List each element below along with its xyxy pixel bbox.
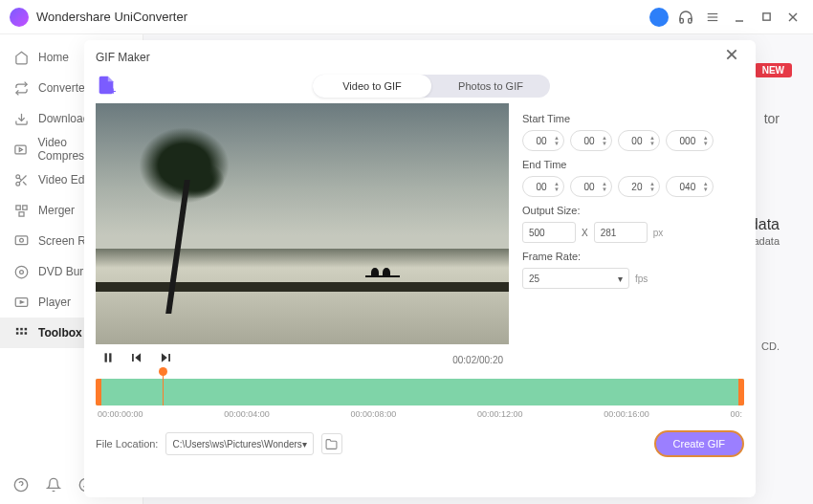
end-min-input[interactable]: ▲▼	[570, 176, 612, 197]
bg-text: tor	[764, 111, 780, 126]
start-sec-input[interactable]: ▲▼	[618, 130, 660, 151]
add-file-icon[interactable]: +	[96, 75, 119, 98]
width-input[interactable]	[522, 222, 576, 243]
headset-icon[interactable]	[675, 7, 696, 28]
video-preview	[96, 103, 509, 344]
ruler-tick: 00:00:00:00	[98, 409, 143, 419]
stepper-icon[interactable]: ▲▼	[649, 135, 655, 146]
fps-unit: fps	[635, 274, 648, 284]
svg-rect-17	[19, 211, 24, 215]
home-icon	[13, 50, 29, 65]
end-time-label: End Time	[522, 159, 744, 170]
svg-rect-22	[15, 297, 28, 306]
svg-marker-9	[19, 147, 22, 151]
stepper-icon[interactable]: ▲▼	[602, 135, 607, 146]
ruler-tick: 00:00:08:00	[351, 409, 397, 419]
svg-rect-26	[24, 327, 27, 330]
next-button[interactable]	[159, 351, 176, 368]
account-icon[interactable]	[648, 7, 670, 28]
app-title: Wondershare UniConverter	[36, 10, 187, 24]
stepper-icon[interactable]: ▲▼	[554, 135, 560, 146]
download-icon	[13, 111, 29, 126]
close-button[interactable]	[782, 7, 803, 28]
svg-point-10	[15, 174, 19, 178]
titlebar: Wondershare UniConverter	[0, 0, 813, 34]
content-area: NEW tor data etadata CD. GIF Maker + Vid…	[143, 34, 813, 504]
svg-rect-16	[22, 205, 26, 208]
end-hour-input[interactable]: ▲▼	[522, 176, 564, 197]
frame-rate-label: Frame Rate:	[522, 251, 744, 262]
maximize-button[interactable]	[756, 7, 777, 28]
convert-icon	[13, 80, 29, 96]
svg-text:+: +	[111, 86, 117, 96]
pause-button[interactable]	[101, 351, 119, 368]
svg-rect-18	[15, 235, 28, 244]
svg-point-21	[19, 270, 23, 274]
svg-line-13	[23, 182, 26, 185]
ruler-tick: 00:00:12:00	[477, 409, 523, 419]
trim-start-handle[interactable]	[96, 379, 101, 405]
end-sec-input[interactable]: ▲▼	[618, 176, 660, 197]
timeline[interactable]	[96, 379, 744, 405]
file-location-label: File Location:	[96, 438, 158, 449]
file-location-select[interactable]: C:\Users\ws\Pictures\Wonders▾	[165, 432, 313, 455]
bell-icon[interactable]	[46, 477, 65, 496]
record-icon	[13, 233, 29, 249]
tab-photos-to-gif[interactable]: Photos to GIF	[431, 75, 550, 98]
trim-end-handle[interactable]	[738, 379, 744, 405]
scissors-icon	[13, 172, 29, 187]
menu-icon[interactable]	[702, 7, 723, 28]
sidebar-label: Home	[38, 51, 69, 64]
help-icon[interactable]	[13, 477, 33, 496]
stepper-icon[interactable]: ▲▼	[649, 181, 655, 192]
svg-rect-24	[15, 327, 18, 330]
compress-icon	[13, 142, 28, 157]
sidebar-label: Merger	[38, 204, 75, 217]
svg-marker-42	[162, 353, 167, 362]
svg-rect-4	[762, 13, 769, 20]
play-icon	[13, 295, 29, 310]
start-ms-input[interactable]: ▲▼	[666, 130, 714, 151]
sidebar-label: Toolbox	[38, 326, 82, 340]
browse-folder-button[interactable]	[321, 433, 342, 454]
chevron-down-icon: ▾	[302, 439, 307, 449]
time-ruler: 00:00:00:00 00:00:04:00 00:00:08:00 00:0…	[96, 405, 744, 419]
ruler-tick: 00:00:04:00	[224, 409, 270, 419]
svg-rect-28	[20, 332, 23, 335]
gif-maker-modal: GIF Maker + Video to GIF Photos to GIF	[84, 40, 756, 497]
sidebar-label: Converter	[38, 81, 89, 95]
svg-rect-8	[15, 145, 26, 154]
svg-rect-29	[24, 332, 27, 335]
height-input[interactable]	[594, 222, 648, 243]
stepper-icon[interactable]: ▲▼	[703, 181, 709, 192]
merge-icon	[13, 203, 29, 218]
start-min-input[interactable]: ▲▼	[570, 130, 612, 151]
chevron-down-icon: ▾	[618, 274, 623, 284]
svg-rect-38	[105, 353, 107, 362]
ruler-tick: 00:00:16:00	[604, 409, 649, 419]
svg-rect-25	[20, 327, 23, 330]
prev-button[interactable]	[130, 351, 147, 368]
stepper-icon[interactable]: ▲▼	[554, 181, 560, 192]
sidebar-label: Player	[38, 296, 71, 309]
create-gif-button[interactable]: Create GIF	[654, 430, 744, 457]
mode-toggle: Video to GIF Photos to GIF	[313, 75, 550, 98]
stepper-icon[interactable]: ▲▼	[703, 135, 709, 146]
tab-video-to-gif[interactable]: Video to GIF	[313, 75, 431, 98]
ruler-tick: 00:	[730, 409, 742, 419]
stepper-icon[interactable]: ▲▼	[602, 181, 607, 192]
playhead[interactable]	[163, 369, 164, 405]
svg-line-14	[19, 178, 21, 180]
end-ms-input[interactable]: ▲▼	[666, 176, 714, 197]
frame-rate-select[interactable]: 25▾	[522, 268, 629, 289]
modal-close-button[interactable]	[725, 48, 744, 67]
modal-title: GIF Maker	[96, 51, 150, 64]
svg-rect-39	[109, 353, 111, 362]
settings-panel: Start Time ▲▼ ▲▼ ▲▼ ▲▼ End Time ▲▼ ▲▼ ▲▼…	[522, 103, 744, 371]
toolbox-icon	[13, 325, 29, 340]
new-badge: NEW	[755, 63, 792, 77]
minimize-button[interactable]	[729, 7, 750, 28]
start-hour-input[interactable]: ▲▼	[522, 130, 564, 151]
svg-point-19	[19, 238, 23, 242]
time-display: 00:02/00:20	[452, 355, 503, 365]
